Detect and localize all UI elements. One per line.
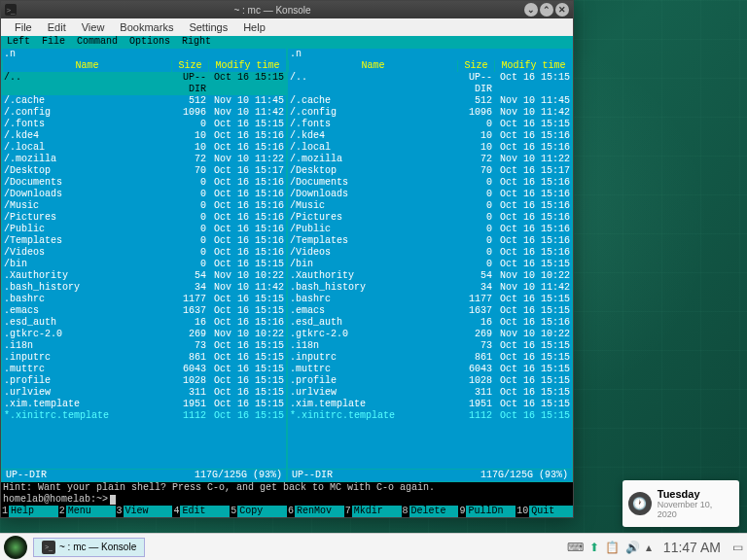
file-row[interactable]: .profile1028Oct 16 15:15 bbox=[2, 375, 286, 387]
file-row[interactable]: /Downloads0Oct 16 15:16 bbox=[2, 189, 286, 200]
file-row[interactable]: /bin0Oct 16 15:15 bbox=[2, 259, 286, 270]
file-row[interactable]: .bashrc1177Oct 16 15:15 bbox=[2, 294, 286, 305]
file-row[interactable]: /Pictures0Oct 16 15:16 bbox=[288, 212, 572, 224]
col-mtime[interactable]: Modify time bbox=[208, 60, 286, 72]
file-row[interactable]: /.local10Oct 16 15:16 bbox=[2, 142, 286, 154]
file-row[interactable]: .gtkrc-2.0269Nov 10 10:22 bbox=[2, 329, 286, 340]
file-row[interactable]: /.mozilla72Nov 10 11:22 bbox=[288, 154, 572, 165]
mc-menu-right[interactable]: Right bbox=[176, 36, 217, 48]
menu-view[interactable]: View bbox=[74, 19, 113, 35]
show-desktop-icon[interactable]: ▭ bbox=[732, 541, 743, 554]
file-row[interactable]: /..UP--DIROct 16 15:15 bbox=[2, 72, 286, 95]
file-row[interactable]: .inputrc861Oct 16 15:15 bbox=[288, 352, 572, 364]
file-row[interactable]: /Music0Oct 16 15:16 bbox=[2, 200, 286, 212]
menu-help[interactable]: Help bbox=[235, 19, 273, 35]
file-row[interactable]: .gtkrc-2.0269Nov 10 10:22 bbox=[288, 329, 572, 340]
right-panel[interactable]: .n Name Size Modify time /..UP--DIROct 1… bbox=[287, 48, 573, 482]
shell-prompt[interactable]: homelab@homelab:~> bbox=[1, 494, 573, 506]
minimize-button[interactable]: ⌄ bbox=[524, 3, 538, 17]
file-row[interactable]: /.cache512Nov 10 11:45 bbox=[2, 95, 286, 107]
menu-settings[interactable]: Settings bbox=[181, 19, 235, 35]
col-mtime[interactable]: Modify time bbox=[494, 60, 572, 72]
file-row[interactable]: /Desktop70Oct 16 15:17 bbox=[288, 165, 572, 177]
file-row[interactable]: /Documents0Oct 16 15:16 bbox=[2, 177, 286, 189]
mc-menu-options[interactable]: Options bbox=[124, 36, 176, 48]
keyboard-icon[interactable]: ⌨ bbox=[567, 541, 584, 554]
file-row[interactable]: /Pictures0Oct 16 15:16 bbox=[2, 212, 286, 224]
start-menu-button[interactable] bbox=[4, 536, 27, 559]
file-row[interactable]: .i18n73Oct 16 15:15 bbox=[288, 340, 572, 352]
file-row[interactable]: /bin0Oct 16 15:15 bbox=[288, 259, 572, 270]
fkey-renmov[interactable]: 6RenMov bbox=[287, 506, 344, 517]
fkey-menu[interactable]: 2Menu bbox=[58, 506, 116, 517]
fkey-mkdir[interactable]: 7Mkdir bbox=[344, 506, 402, 517]
file-row[interactable]: /Videos0Oct 16 15:16 bbox=[2, 247, 286, 259]
mc-menu-command[interactable]: Command bbox=[71, 36, 124, 48]
file-row[interactable]: /Templates0Oct 16 15:16 bbox=[288, 235, 572, 247]
file-row[interactable]: .emacs1637Oct 16 15:15 bbox=[2, 305, 286, 317]
file-row[interactable]: .esd_auth16Oct 16 15:16 bbox=[288, 317, 572, 329]
file-row[interactable]: .bashrc1177Oct 16 15:15 bbox=[288, 294, 572, 305]
col-name[interactable]: Name bbox=[2, 60, 171, 72]
file-row[interactable]: .i18n73Oct 16 15:15 bbox=[2, 340, 286, 352]
file-row[interactable]: .bash_history34Nov 10 11:42 bbox=[288, 282, 572, 294]
menu-bookmarks[interactable]: Bookmarks bbox=[112, 19, 181, 35]
file-row[interactable]: /.kde410Oct 16 15:16 bbox=[2, 130, 286, 142]
file-row[interactable]: .emacs1637Oct 16 15:15 bbox=[288, 305, 572, 317]
col-size[interactable]: Size bbox=[171, 60, 208, 72]
fkey-edit[interactable]: 4Edit bbox=[172, 506, 230, 517]
left-panel[interactable]: .n Name Size Modify time /..UP--DIROct 1… bbox=[1, 48, 287, 482]
file-row[interactable]: /..UP--DIROct 16 15:15 bbox=[288, 72, 572, 95]
file-row[interactable]: .Xauthority54Nov 10 10:22 bbox=[2, 270, 286, 282]
col-size[interactable]: Size bbox=[457, 60, 494, 72]
taskbar-clock[interactable]: 11:47 AM bbox=[658, 540, 727, 555]
file-row[interactable]: /Music0Oct 16 15:16 bbox=[288, 200, 572, 212]
file-row[interactable]: /.config1096Nov 10 11:42 bbox=[2, 107, 286, 119]
file-row[interactable]: /Documents0Oct 16 15:16 bbox=[288, 177, 572, 189]
file-row[interactable]: /.cache512Nov 10 11:45 bbox=[288, 95, 572, 107]
menu-file[interactable]: File bbox=[7, 19, 40, 35]
file-row[interactable]: *.xinitrc.template1112Oct 16 15:15 bbox=[288, 410, 572, 422]
file-row[interactable]: .Xauthority54Nov 10 10:22 bbox=[288, 270, 572, 282]
mc-menu-file[interactable]: File bbox=[36, 36, 71, 48]
file-row[interactable]: .xim.template1951Oct 16 15:15 bbox=[2, 399, 286, 410]
file-row[interactable]: /.kde410Oct 16 15:16 bbox=[288, 130, 572, 142]
file-row[interactable]: .esd_auth16Oct 16 15:16 bbox=[2, 317, 286, 329]
file-row[interactable]: .xim.template1951Oct 16 15:15 bbox=[288, 399, 572, 410]
file-row[interactable]: /Videos0Oct 16 15:16 bbox=[288, 247, 572, 259]
mc-top-menu[interactable]: LeftFileCommandOptionsRight bbox=[1, 36, 573, 48]
file-row[interactable]: /.mozilla72Nov 10 11:22 bbox=[2, 154, 286, 165]
file-row[interactable]: /.fonts0Oct 16 15:15 bbox=[288, 119, 572, 130]
file-row[interactable]: .profile1028Oct 16 15:15 bbox=[288, 375, 572, 387]
right-file-list[interactable]: /..UP--DIROct 16 15:15/.cache512Nov 10 1… bbox=[288, 72, 572, 422]
file-row[interactable]: /Downloads0Oct 16 15:16 bbox=[288, 189, 572, 200]
menu-edit[interactable]: Edit bbox=[40, 19, 74, 35]
file-row[interactable]: .muttrc6043Oct 16 15:15 bbox=[2, 364, 286, 375]
file-row[interactable]: /Public0Oct 16 15:16 bbox=[288, 224, 572, 235]
file-row[interactable]: .bash_history34Nov 10 11:42 bbox=[2, 282, 286, 294]
file-row[interactable]: /.fonts0Oct 16 15:15 bbox=[2, 119, 286, 130]
col-name[interactable]: Name bbox=[288, 60, 457, 72]
fkey-help[interactable]: 1Help bbox=[1, 506, 58, 517]
file-row[interactable]: .muttrc6043Oct 16 15:15 bbox=[288, 364, 572, 375]
fkey-view[interactable]: 3View bbox=[116, 506, 173, 517]
volume-icon[interactable]: 🔊 bbox=[625, 541, 640, 554]
fkey-quit[interactable]: 10Quit bbox=[516, 506, 573, 517]
file-row[interactable]: .inputrc861Oct 16 15:15 bbox=[2, 352, 286, 364]
file-row[interactable]: .urlview311Oct 16 15:15 bbox=[2, 387, 286, 399]
file-row[interactable]: /.config1096Nov 10 11:42 bbox=[288, 107, 572, 119]
clock-notification[interactable]: 🕐 Tuesday November 10, 2020 bbox=[622, 480, 739, 527]
file-row[interactable]: /.local10Oct 16 15:16 bbox=[288, 142, 572, 154]
window-titlebar[interactable]: >_ ~ : mc — Konsole ⌄ ⌃ ✕ bbox=[1, 1, 573, 18]
terminal-content[interactable]: LeftFileCommandOptionsRight .n Name Size… bbox=[1, 36, 573, 517]
file-row[interactable]: /Templates0Oct 16 15:16 bbox=[2, 235, 286, 247]
maximize-button[interactable]: ⌃ bbox=[540, 3, 553, 17]
file-row[interactable]: /Desktop70Oct 16 15:17 bbox=[2, 165, 286, 177]
mc-menu-left[interactable]: Left bbox=[1, 36, 36, 48]
clipboard-icon[interactable]: 📋 bbox=[605, 541, 620, 554]
taskbar-item-konsole[interactable]: >_ ~ : mc — Konsole bbox=[33, 538, 145, 557]
tray-expand-icon[interactable]: ▴ bbox=[646, 541, 652, 554]
fkey-delete[interactable]: 8Delete bbox=[402, 506, 459, 517]
file-row[interactable]: .urlview311Oct 16 15:15 bbox=[288, 387, 572, 399]
fkey-copy[interactable]: 5Copy bbox=[230, 506, 287, 517]
